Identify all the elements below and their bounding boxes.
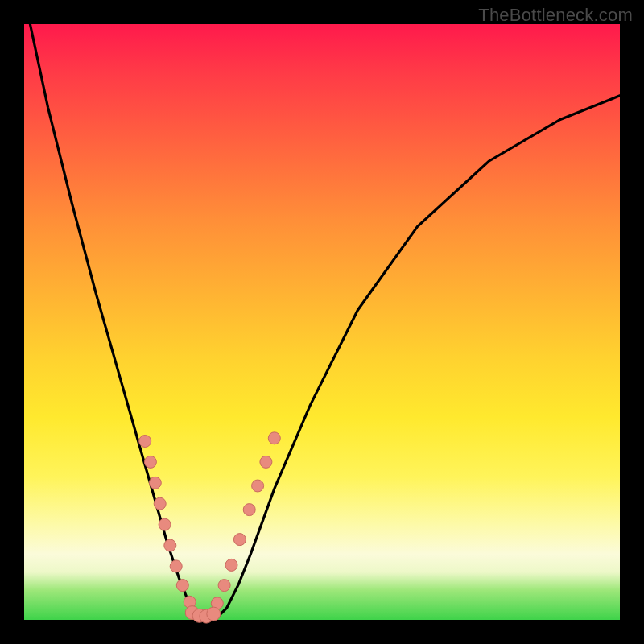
watermark-text: TheBottleneck.com <box>478 5 633 26</box>
markers-bottom <box>185 606 221 624</box>
markers-right <box>211 432 280 609</box>
data-marker <box>268 432 280 444</box>
markers-left <box>139 436 196 609</box>
data-marker <box>164 539 176 551</box>
data-marker <box>260 456 272 468</box>
plot-area <box>24 24 620 620</box>
data-marker <box>149 477 161 489</box>
data-marker <box>225 559 237 571</box>
outer-frame: TheBottleneck.com <box>0 0 644 644</box>
bottleneck-curve <box>30 24 620 620</box>
data-marker <box>144 456 156 468</box>
data-marker <box>218 580 230 592</box>
data-marker <box>233 534 246 546</box>
data-marker <box>176 580 188 592</box>
data-marker <box>159 518 171 530</box>
data-marker <box>243 504 255 516</box>
data-marker <box>170 560 182 572</box>
data-marker <box>154 497 166 510</box>
data-marker <box>252 480 264 492</box>
chart-svg <box>24 24 620 620</box>
data-marker <box>139 436 151 448</box>
data-marker <box>207 607 221 621</box>
